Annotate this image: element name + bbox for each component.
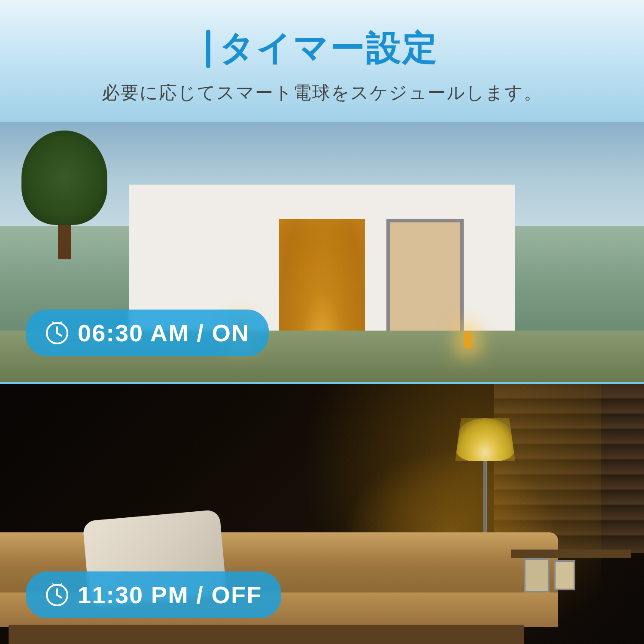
tree [21,131,107,251]
svg-line-2 [57,333,61,336]
page-title: タイマー設定 [219,26,438,72]
header-section: タイマー設定 必要に応じてスマート電球をスケジュールします。 [0,0,644,122]
header-subtitle: 必要に応じてスマート電球をスケジュールします。 [17,81,627,105]
clock-icon-bottom [45,583,69,607]
timer-off-text: 11:30 PM / OFF [78,581,262,609]
header-title: タイマー設定 [17,26,627,72]
tree-foliage [21,131,107,225]
page-wrapper: タイマー設定 必要に応じてスマート電球をスケジュールします。 [0,0,644,644]
clock-icon-top [45,321,69,345]
image-top-daytime: 06:30 AM / ON [0,122,644,382]
sofa-legs [9,625,524,644]
timer-on-text: 06:30 AM / ON [78,319,249,347]
outdoor-light-right [464,331,472,348]
shelf-photo-frame-1 [524,558,550,592]
image-bottom-nighttime: 11:30 PM / OFF [0,384,644,644]
side-shelf [511,550,631,618]
lamp-head [455,418,515,461]
shelf-photo-frame-2 [554,560,575,590]
shelf-surface [511,550,631,558]
timer-badge-on: 06:30 AM / ON [26,310,269,356]
title-bar-icon [206,30,210,68]
tree-trunk [58,225,71,259]
svg-line-7 [57,595,61,598]
images-container: 06:30 AM / ON [0,122,644,644]
timer-badge-off: 11:30 PM / OFF [26,571,281,618]
